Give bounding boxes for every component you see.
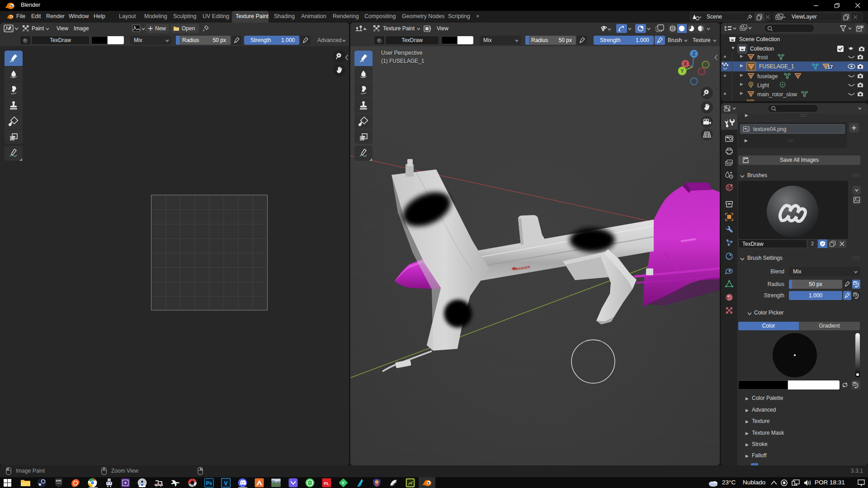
svg-text:V: V: [224, 480, 227, 487]
svg-text:Ps: Ps: [206, 480, 212, 486]
svg-text:Y: Y: [681, 69, 684, 74]
svg-text:GAMES: GAMES: [56, 483, 62, 484]
svg-text:Z: Z: [693, 52, 695, 56]
svg-text:F: F: [342, 481, 345, 485]
svg-text:EPIC: EPIC: [56, 479, 62, 482]
svg-text:FL: FL: [324, 481, 330, 486]
svg-text:X: X: [684, 61, 687, 66]
